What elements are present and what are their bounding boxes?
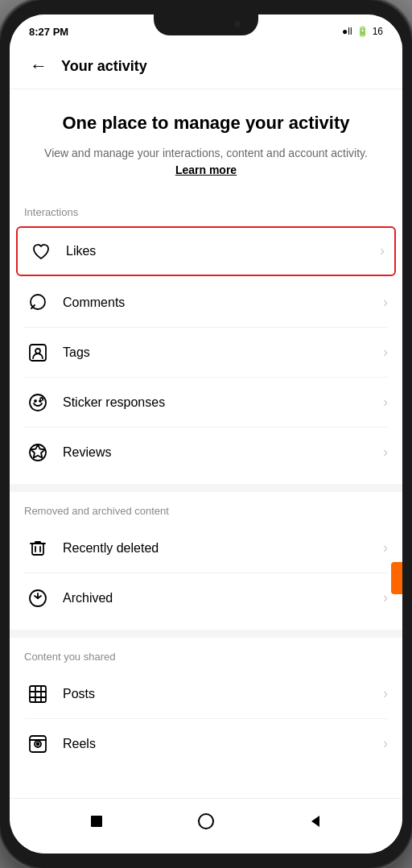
comments-item[interactable]: Comments › bbox=[10, 278, 402, 328]
likes-icon bbox=[27, 238, 55, 265]
removed-archived-section: Removed and archived content Recently de… bbox=[10, 492, 402, 623]
reels-label: Reels bbox=[63, 737, 383, 751]
likes-label: Likes bbox=[66, 244, 380, 258]
top-nav: ← Your activity bbox=[10, 43, 402, 89]
tags-label: Tags bbox=[63, 345, 383, 360]
svg-point-5 bbox=[39, 400, 41, 402]
reviews-icon bbox=[24, 439, 52, 466]
phone-screen: 8:27 PM ●ll 🔋 16 ← Your activity One pla… bbox=[10, 14, 402, 854]
sticker-responses-item[interactable]: Sticker responses › bbox=[10, 378, 402, 428]
signal-icon: ●ll bbox=[342, 26, 352, 37]
hero-title: One place to manage your activity bbox=[29, 112, 383, 135]
back-arrow-icon: ← bbox=[30, 56, 47, 76]
posts-icon bbox=[24, 680, 52, 708]
status-icons: ●ll 🔋 16 bbox=[342, 26, 383, 37]
svg-rect-20 bbox=[91, 816, 102, 827]
archived-item[interactable]: Archived › bbox=[10, 573, 402, 623]
hero-subtitle: View and manage your interactions, conte… bbox=[29, 145, 383, 179]
main-content: One place to manage your activity View a… bbox=[10, 89, 402, 798]
tags-chevron: › bbox=[383, 344, 388, 361]
svg-point-4 bbox=[35, 400, 36, 402]
sticker-responses-label: Sticker responses bbox=[63, 395, 383, 410]
battery-icon: 🔋 bbox=[356, 26, 369, 37]
circle-button[interactable] bbox=[193, 808, 219, 834]
section-divider-2 bbox=[10, 630, 402, 638]
orange-accent bbox=[391, 562, 402, 594]
tags-item[interactable]: Tags › bbox=[10, 328, 402, 378]
svg-point-3 bbox=[30, 395, 46, 411]
comments-icon bbox=[24, 289, 52, 316]
likes-item[interactable]: Likes › bbox=[16, 226, 396, 276]
svg-rect-11 bbox=[30, 686, 46, 702]
interactions-header: Interactions bbox=[10, 193, 402, 225]
content-shared-header: Content you shared bbox=[10, 638, 402, 669]
page-title: Your activity bbox=[61, 58, 147, 75]
svg-marker-22 bbox=[311, 816, 319, 827]
recently-deleted-item[interactable]: Recently deleted › bbox=[10, 523, 402, 573]
archived-icon bbox=[24, 585, 52, 612]
reels-chevron: › bbox=[383, 735, 388, 752]
reviews-label: Reviews bbox=[63, 445, 383, 460]
removed-archived-header: Removed and archived content bbox=[10, 492, 402, 523]
posts-chevron: › bbox=[383, 685, 388, 702]
notch bbox=[154, 14, 258, 35]
svg-point-21 bbox=[199, 814, 213, 829]
likes-chevron: › bbox=[380, 242, 385, 259]
hero-section: One place to manage your activity View a… bbox=[10, 89, 402, 193]
posts-item[interactable]: Posts › bbox=[10, 669, 402, 719]
recently-deleted-icon bbox=[24, 535, 52, 562]
bottom-nav bbox=[10, 798, 402, 854]
posts-label: Posts bbox=[63, 687, 383, 701]
home-button[interactable] bbox=[84, 808, 109, 834]
sticker-responses-icon bbox=[24, 389, 52, 416]
reviews-item[interactable]: Reviews › bbox=[10, 428, 402, 477]
reels-item[interactable]: Reels › bbox=[10, 719, 402, 769]
notch-camera bbox=[234, 21, 241, 27]
content-shared-section: Content you shared Posts › bbox=[10, 638, 402, 769]
svg-point-6 bbox=[30, 444, 46, 461]
tags-icon bbox=[24, 339, 52, 366]
archived-chevron: › bbox=[383, 589, 388, 606]
sticker-responses-chevron: › bbox=[383, 394, 388, 411]
reels-icon bbox=[24, 730, 52, 758]
hero-subtitle-text: View and manage your interactions, conte… bbox=[44, 147, 368, 159]
back-button[interactable]: ← bbox=[24, 52, 53, 81]
svg-rect-7 bbox=[32, 544, 43, 555]
status-time: 8:27 PM bbox=[29, 26, 68, 38]
recently-deleted-chevron: › bbox=[383, 539, 388, 556]
comments-label: Comments bbox=[63, 296, 383, 310]
archived-label: Archived bbox=[63, 591, 383, 606]
phone-frame: 8:27 PM ●ll 🔋 16 ← Your activity One pla… bbox=[0, 0, 412, 868]
comments-chevron: › bbox=[383, 294, 388, 311]
back-button-nav[interactable] bbox=[303, 808, 328, 834]
recently-deleted-label: Recently deleted bbox=[63, 541, 383, 556]
svg-point-18 bbox=[37, 742, 39, 745]
battery-percent: 16 bbox=[373, 26, 383, 37]
section-divider-1 bbox=[10, 484, 402, 492]
reviews-chevron: › bbox=[383, 444, 388, 461]
interactions-section: Interactions Likes › bbox=[10, 193, 402, 477]
learn-more-link[interactable]: Learn more bbox=[175, 163, 237, 176]
svg-rect-1 bbox=[30, 345, 46, 361]
